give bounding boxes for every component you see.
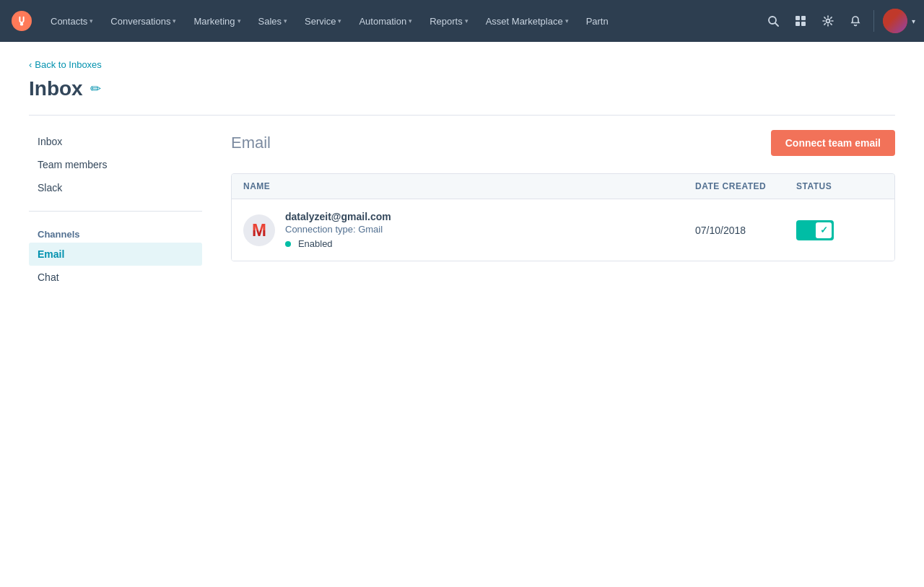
col-name-header: NAME — [243, 181, 695, 191]
email-connection-type: Connection type: Gmail — [285, 224, 695, 235]
email-address: datalyzeit@gmail.com — [285, 211, 695, 222]
back-arrow-icon: ‹ — [29, 59, 32, 70]
edit-icon[interactable]: ✏ — [90, 81, 101, 97]
chevron-down-icon: ▾ — [409, 17, 412, 25]
enabled-label: Enabled — [298, 238, 333, 249]
gmail-icon: M — [252, 220, 266, 240]
page-title-row: Inbox ✏ — [29, 77, 895, 100]
sidebar-divider — [29, 211, 202, 212]
nav-item-sales[interactable]: Sales ▾ — [251, 10, 295, 32]
col-status-header: STATUS — [796, 181, 883, 191]
table-header: NAME DATE CREATED STATUS — [232, 174, 894, 199]
checkmark-icon: ✓ — [820, 225, 828, 235]
chevron-down-icon: ▾ — [173, 17, 176, 25]
sidebar-item-team-members[interactable]: Team members — [29, 153, 202, 176]
back-to-inboxes-link[interactable]: ‹ Back to Inboxes — [29, 59, 895, 70]
chevron-down-icon: ▾ — [338, 17, 341, 25]
nav-divider — [873, 10, 874, 32]
nav-item-service[interactable]: Service ▾ — [297, 10, 349, 32]
toggle-thumb: ✓ — [816, 222, 832, 238]
sidebar-section-channels: Channels Email Chat — [29, 223, 202, 289]
panel-title: Email — [231, 134, 271, 152]
svg-rect-6 — [796, 22, 800, 26]
search-icon[interactable] — [761, 9, 785, 33]
channels-label: Channels — [29, 223, 202, 243]
page-title: Inbox — [29, 77, 83, 100]
status-toggle[interactable]: ✓ — [796, 220, 834, 240]
email-info: datalyzeit@gmail.com Connection type: Gm… — [285, 211, 695, 249]
sidebar: Inbox Team members Slack Channels Email … — [29, 130, 217, 295]
nav-item-partn[interactable]: Partn — [579, 10, 616, 32]
page-content: ‹ Back to Inboxes Inbox ✏ Inbox Team mem… — [0, 42, 924, 323]
nav-item-asset-marketplace[interactable]: Asset Marketplace ▾ — [479, 10, 576, 32]
sidebar-item-chat[interactable]: Chat — [29, 266, 202, 289]
avatar-chevron-icon[interactable]: ▾ — [912, 17, 915, 25]
nav-item-reports[interactable]: Reports ▾ — [422, 10, 476, 32]
sidebar-item-slack[interactable]: Slack — [29, 176, 202, 199]
notifications-icon[interactable] — [843, 9, 868, 33]
nav-item-marketing[interactable]: Marketing ▾ — [186, 10, 248, 32]
email-table: NAME DATE CREATED STATUS M datalyzeit@gm… — [231, 173, 895, 261]
status-dot-icon — [285, 241, 291, 247]
page-divider — [29, 115, 895, 116]
chevron-down-icon: ▾ — [90, 17, 93, 25]
marketplace-icon[interactable] — [788, 9, 813, 33]
svg-point-1 — [20, 22, 23, 25]
date-created-cell: 07/10/2018 — [695, 225, 796, 236]
hubspot-logo[interactable] — [9, 8, 35, 34]
nav-item-automation[interactable]: Automation ▾ — [352, 10, 419, 32]
chevron-down-icon: ▾ — [465, 17, 468, 25]
main-layout: Inbox Team members Slack Channels Email … — [29, 130, 895, 295]
chevron-down-icon: ▾ — [284, 17, 287, 25]
svg-rect-4 — [796, 16, 800, 20]
svg-point-0 — [12, 11, 32, 31]
chevron-down-icon: ▾ — [565, 17, 569, 25]
nav-item-contacts[interactable]: Contacts ▾ — [43, 10, 100, 32]
status-cell: ✓ — [796, 220, 883, 240]
sidebar-item-email[interactable]: Email — [29, 243, 202, 266]
email-status-row: Enabled — [285, 238, 695, 249]
nav-item-conversations[interactable]: Conversations ▾ — [103, 10, 183, 32]
connect-team-email-button[interactable]: Connect team email — [771, 130, 895, 156]
svg-point-8 — [827, 19, 830, 23]
svg-line-3 — [775, 23, 778, 26]
table-row: M datalyzeit@gmail.com Connection type: … — [232, 199, 894, 261]
topnav: Contacts ▾ Conversations ▾ Marketing ▾ S… — [0, 0, 924, 42]
email-avatar: M — [243, 214, 275, 246]
svg-rect-5 — [801, 16, 806, 20]
settings-icon[interactable] — [816, 9, 840, 33]
panel-header: Email Connect team email — [231, 130, 895, 156]
svg-rect-7 — [801, 22, 806, 26]
avatar[interactable] — [883, 9, 907, 33]
sidebar-section-main: Inbox Team members Slack — [29, 130, 202, 199]
sidebar-item-inbox[interactable]: Inbox — [29, 130, 202, 153]
col-date-header: DATE CREATED — [695, 181, 796, 191]
chevron-down-icon: ▾ — [237, 17, 241, 25]
main-panel: Email Connect team email NAME DATE CREAT… — [217, 130, 895, 295]
